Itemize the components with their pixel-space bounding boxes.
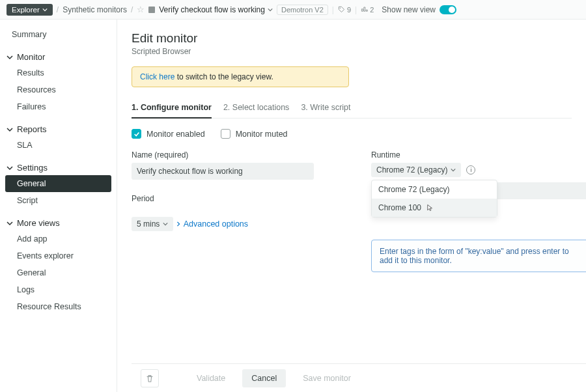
sidebar-item-resource-results[interactable]: Resource Results	[5, 298, 111, 315]
sidebar-section-label: Monitor	[17, 52, 45, 62]
sidebar-section-label: More views	[17, 218, 60, 228]
sidebar-section-monitor[interactable]: Monitor	[5, 47, 111, 64]
chevron-down-icon	[7, 220, 13, 227]
period-select-value: 5 mins	[137, 219, 160, 229]
tab-write-script[interactable]: 3. Write script	[301, 99, 350, 118]
tag-count-value: 9	[347, 6, 351, 14]
chevron-down-icon	[163, 221, 168, 227]
explorer-menu-button[interactable]: Explorer	[7, 4, 53, 16]
sidebar-item-logs[interactable]: Logs	[5, 281, 111, 298]
checkbox-icon	[221, 129, 230, 139]
sidebar-item-add-app[interactable]: Add app	[5, 231, 111, 247]
runtime-select[interactable]: Chrome 72 (Legacy)	[371, 163, 461, 177]
runtime-select-value: Chrome 72 (Legacy)	[376, 165, 447, 175]
new-view-toggle[interactable]	[440, 5, 456, 14]
breadcrumb-title-text: Verify checkout flow is working	[159, 5, 265, 14]
info-icon[interactable]: i	[466, 165, 475, 175]
account-chip[interactable]: Demotron V2	[277, 5, 328, 15]
chevron-right-icon	[176, 221, 181, 227]
breadcrumb-bar: Explorer / Synthetic monitors / ☆ Verify…	[0, 0, 586, 20]
sidebar-item-resources[interactable]: Resources	[5, 81, 111, 98]
checkbox-label: Monitor muted	[236, 130, 288, 139]
monitor-enabled-checkbox[interactable]: Monitor enabled	[132, 129, 205, 139]
runtime-option-label: Chrome 100	[378, 203, 421, 212]
form-left-column: Name (required) Period 5 mins Advanced o…	[132, 150, 332, 272]
explorer-label: Explorer	[12, 6, 40, 14]
header-divider: |	[355, 5, 357, 14]
checkbox-icon	[132, 129, 141, 139]
legacy-view-text: to switch to the legacy view.	[174, 72, 273, 81]
breadcrumb-parent[interactable]: Synthetic monitors	[63, 5, 127, 14]
validate-button[interactable]: Validate	[188, 369, 234, 387]
checkbox-label: Monitor enabled	[146, 130, 205, 139]
wizard-tabs: 1. Configure monitor 2. Select locations…	[132, 99, 572, 119]
status-square-icon[interactable]	[148, 7, 155, 13]
tag-count[interactable]: 9	[338, 6, 351, 14]
sidebar-item-script[interactable]: Script	[5, 192, 111, 209]
tags-input[interactable]: Enter tags in the form of "key:value" an…	[371, 240, 586, 272]
name-field-label: Name (required)	[132, 150, 332, 160]
sidebar: Summary Monitor Results Resources Failur…	[0, 20, 117, 392]
sidebar-section-settings[interactable]: Settings	[5, 158, 111, 175]
page-title: Edit monitor	[132, 31, 572, 46]
footer-bar: Validate Cancel Save monitor	[132, 363, 586, 392]
new-view-toggle-label: Show new view	[382, 5, 436, 14]
breadcrumb-separator: /	[57, 5, 59, 14]
sidebar-section-more-views[interactable]: More views	[5, 213, 111, 231]
sidebar-section-reports[interactable]: Reports	[5, 119, 111, 137]
chevron-down-icon	[42, 7, 48, 12]
sidebar-section-label: Reports	[17, 124, 47, 134]
chevron-down-icon	[268, 7, 273, 12]
tag-icon	[338, 6, 345, 13]
locations-count-value: 2	[370, 6, 374, 14]
main-content: Edit monitor Scripted Browser Click here…	[117, 20, 586, 392]
cursor-icon	[425, 204, 433, 212]
runtime-field-label: Runtime	[371, 150, 572, 160]
chevron-down-icon	[7, 54, 13, 61]
period-select[interactable]: 5 mins	[132, 217, 173, 231]
delete-button[interactable]	[141, 369, 159, 387]
locations-count[interactable]: 2	[361, 6, 374, 14]
tab-configure-monitor[interactable]: 1. Configure monitor	[132, 99, 212, 119]
tab-select-locations[interactable]: 2. Select locations	[223, 99, 289, 118]
advanced-options-label: Advanced options	[184, 219, 248, 229]
trash-icon	[145, 374, 154, 383]
sidebar-item-failures[interactable]: Failures	[5, 98, 111, 115]
sidebar-item-general-view[interactable]: General	[5, 264, 111, 281]
chart-icon	[361, 6, 368, 13]
runtime-option-chrome100[interactable]: Chrome 100	[372, 199, 497, 217]
chevron-down-icon	[451, 167, 456, 173]
tags-hint-text: Enter tags in the form of "key:value" an…	[380, 247, 569, 265]
legacy-view-banner: Click here to switch to the legacy view.	[132, 66, 349, 87]
svg-point-0	[340, 8, 341, 8]
sidebar-item-events-explorer[interactable]: Events explorer	[5, 247, 111, 264]
sidebar-item-results[interactable]: Results	[5, 64, 111, 81]
legacy-view-link[interactable]: Click here	[140, 72, 174, 81]
sidebar-item-general[interactable]: General	[5, 175, 111, 192]
sidebar-item-sla[interactable]: SLA	[5, 137, 111, 154]
save-monitor-button[interactable]: Save monitor	[294, 369, 360, 387]
breadcrumb-title[interactable]: Verify checkout flow is working	[159, 5, 273, 14]
chevron-down-icon	[7, 126, 13, 133]
runtime-dropdown: Chrome 72 (Legacy) Chrome 100	[371, 180, 497, 217]
chevron-down-icon	[7, 165, 13, 171]
sidebar-section-label: Settings	[17, 163, 48, 173]
advanced-options-link[interactable]: Advanced options	[176, 219, 248, 229]
sidebar-item-summary[interactable]: Summary	[5, 26, 111, 43]
monitor-name-input[interactable]	[132, 163, 314, 180]
monitor-muted-checkbox[interactable]: Monitor muted	[221, 129, 288, 139]
breadcrumb-separator: /	[131, 5, 133, 14]
period-field-label: Period	[132, 194, 332, 203]
cancel-button[interactable]: Cancel	[242, 369, 286, 387]
header-divider: |	[332, 5, 334, 14]
page-subtitle: Scripted Browser	[132, 47, 572, 56]
runtime-option-legacy[interactable]: Chrome 72 (Legacy)	[372, 180, 497, 199]
star-icon[interactable]: ☆	[137, 5, 145, 14]
form-right-column: Runtime Chrome 72 (Legacy) i Chrome 72 (…	[371, 150, 572, 272]
